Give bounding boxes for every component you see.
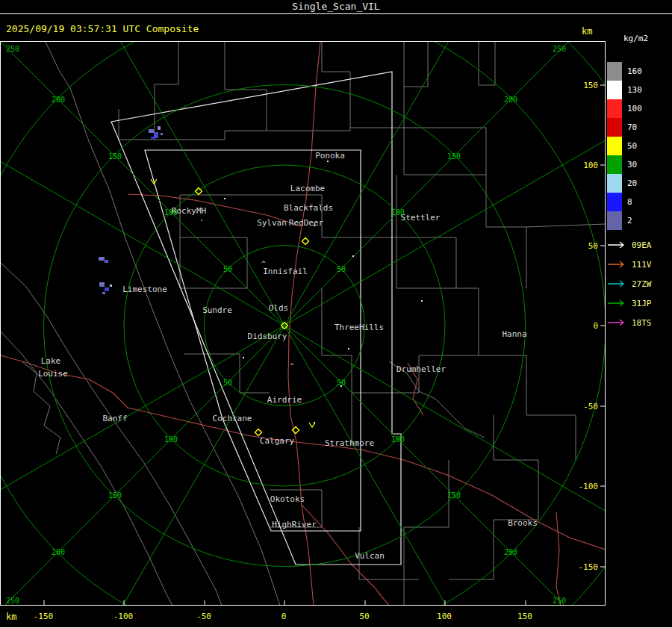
legend-entry: 8 — [607, 193, 642, 211]
legend-entry: 70 — [607, 118, 642, 137]
town-dot — [327, 161, 329, 162]
legend-entry: 130 — [607, 81, 642, 99]
track-arrow-icon — [606, 279, 628, 288]
storm-marker-diamond-icon — [302, 237, 308, 244]
bottom-axis-bar: km -150-100-50050100150 — [0, 606, 672, 628]
radar-map-svg: ^^ — [1, 42, 606, 606]
precip-echo — [99, 282, 105, 287]
scan-sector-outlines — [111, 72, 401, 565]
precip-echo — [110, 285, 112, 287]
precip-echo — [201, 220, 202, 221]
legend-swatch — [607, 81, 622, 99]
range-ring — [1, 42, 606, 606]
county-boundaries — [1, 42, 606, 606]
azimuth-line — [1, 116, 284, 326]
track-id-label: 18TS — [632, 318, 652, 328]
track-legend-entry: 31JP — [606, 293, 652, 313]
bottom-axis-label: 0 — [281, 612, 287, 621]
legend-value: 70 — [627, 122, 637, 132]
range-ring — [1, 42, 606, 606]
track-legend-entry: 18TS — [606, 313, 652, 332]
radar-application-window: Single_Scan_VIL 2025/09/19 03:57:31 UTC … — [0, 0, 672, 628]
track-arrow-icon — [606, 318, 628, 327]
precip-echo — [151, 137, 154, 139]
legend-value: 160 — [627, 66, 642, 76]
legend-swatch — [607, 211, 622, 230]
precip-echo — [105, 260, 108, 263]
azimuth-line — [284, 326, 494, 606]
azimuth-line — [1, 326, 284, 606]
legend-value: 20 — [627, 178, 637, 188]
bottom-axis-label: 50 — [359, 612, 369, 621]
azimuth-line — [1, 326, 284, 535]
legend-entry: 50 — [607, 137, 642, 155]
radar-map-canvas[interactable]: ^^ 5010015020025050100150200250501001502… — [0, 41, 606, 606]
track-id-label: 111V — [632, 260, 652, 270]
header-row: 2025/09/19 03:57:31 UTC Composite km — [0, 14, 672, 41]
precip-echo — [158, 126, 161, 130]
precip-echo — [149, 129, 154, 133]
precip-echo — [154, 132, 158, 138]
track-id-label: 31JP — [632, 299, 652, 308]
legend-entry: 2 — [607, 211, 642, 230]
bottom-axis-label: 100 — [437, 612, 452, 621]
azimuth-line — [75, 326, 284, 606]
track-legend-entry: 09EA — [606, 235, 652, 255]
legend-swatch — [607, 193, 622, 211]
town-dot — [243, 357, 244, 358]
precip-echo — [99, 257, 105, 261]
precip-echo — [161, 133, 163, 135]
legend-entry: 160 — [607, 62, 642, 81]
storm-marker-diamond-icon — [255, 429, 261, 435]
track-arrow-icon — [606, 240, 628, 249]
azimuth-line — [284, 326, 606, 535]
wind-caret: ^ — [290, 362, 294, 370]
bottom-axis-label: -50 — [196, 612, 211, 621]
precip-echo — [105, 287, 109, 291]
track-id-label: 09EA — [632, 240, 652, 250]
legend-swatch — [607, 118, 622, 137]
town-dot — [314, 422, 315, 423]
town-dot — [314, 225, 315, 226]
highways — [1, 42, 606, 606]
color-scale-legend: 1601301007050302082 — [607, 62, 642, 230]
legend-swatch — [607, 62, 622, 81]
window-title: Single_Scan_VIL — [0, 0, 672, 14]
legend-panel: kg/m2 1601301007050302082 09EA111V27ZW31… — [606, 14, 672, 606]
precip-echo — [102, 292, 105, 294]
legend-value: 2 — [627, 216, 632, 226]
track-id-label: 27ZW — [632, 279, 652, 289]
legend-value: 100 — [627, 104, 642, 114]
track-legend-entry: 27ZW — [606, 274, 652, 293]
town-dot — [224, 198, 225, 199]
azimuth-line — [284, 116, 606, 326]
track-arrow-icon — [606, 260, 628, 269]
legend-swatch — [607, 99, 622, 118]
legend-swatch — [607, 137, 622, 155]
legend-value: 30 — [627, 160, 637, 170]
storm-track-legend: 09EA111V27ZW31JP18TS — [606, 235, 652, 332]
bottom-axis-unit: km — [6, 612, 16, 622]
wind-caret: ^ — [261, 260, 266, 267]
legend-value: 130 — [627, 85, 642, 95]
right-axis-unit: km — [582, 26, 592, 37]
legend-swatch — [607, 174, 622, 193]
legend-entry: 100 — [607, 99, 642, 118]
town-dot — [421, 300, 423, 302]
town-dot — [340, 385, 342, 387]
legend-value: 8 — [627, 197, 632, 207]
bottom-axis-label: 150 — [517, 612, 532, 621]
scan-timestamp: 2025/09/19 03:57:31 UTC Composite — [6, 23, 199, 34]
track-arrow-icon — [606, 299, 628, 308]
legend-value: 50 — [627, 141, 637, 151]
legend-swatch — [607, 155, 622, 174]
legend-entry: 30 — [607, 155, 642, 174]
town-dot — [348, 348, 349, 349]
track-legend-entry: 111V — [606, 255, 652, 274]
town-dot — [352, 255, 354, 257]
legend-unit-label: kg/m2 — [623, 34, 648, 43]
legend-entry: 20 — [607, 174, 642, 193]
azimuth-line — [284, 326, 580, 606]
azimuth-line — [284, 42, 580, 326]
bottom-axis-label: -100 — [113, 612, 134, 621]
